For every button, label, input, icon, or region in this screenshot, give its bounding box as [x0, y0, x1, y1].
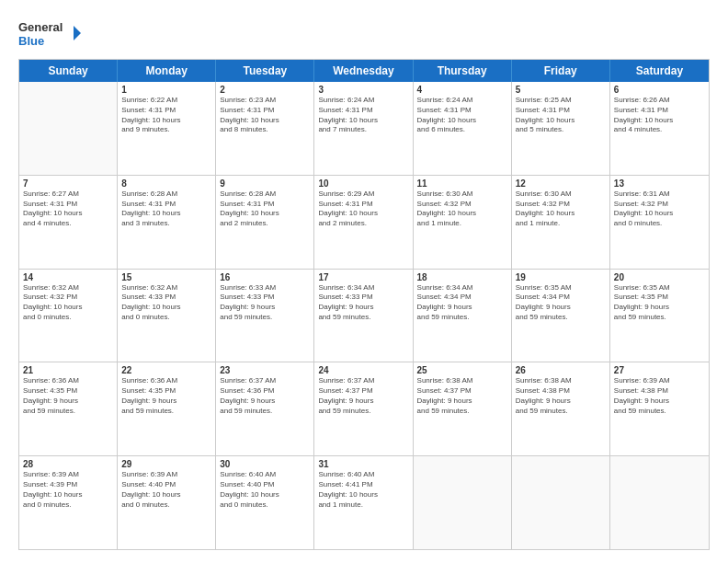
cell-info-line: and 59 minutes. — [318, 407, 408, 417]
svg-text:General: General — [18, 20, 63, 34]
day-number: 14 — [23, 272, 113, 282]
day-number: 5 — [516, 85, 606, 95]
day-number: 13 — [614, 178, 705, 189]
cell-info-line: Daylight: 10 hours — [220, 209, 310, 219]
cell-info-line: Sunset: 4:31 PM — [220, 200, 310, 210]
cell-info-line: and 59 minutes. — [220, 407, 310, 417]
day-number: 10 — [318, 178, 408, 189]
cal-cell-1-6: 13Sunrise: 6:31 AMSunset: 4:32 PMDayligh… — [610, 176, 709, 269]
calendar: SundayMondayTuesdayWednesdayThursdayFrid… — [18, 59, 710, 550]
cell-info-line: Daylight: 9 hours — [318, 303, 408, 313]
cell-info-line: Daylight: 9 hours — [417, 396, 507, 407]
cell-info-line: and 0 minutes. — [614, 219, 705, 229]
cell-info-line: Sunrise: 6:40 AM — [318, 470, 408, 480]
cell-info-line: Sunrise: 6:26 AM — [614, 96, 705, 106]
cell-info-line: Daylight: 10 hours — [318, 490, 408, 500]
cell-info-line: Daylight: 10 hours — [23, 490, 113, 500]
cell-info-line: and 7 minutes. — [318, 125, 408, 135]
cal-cell-1-1: 8Sunrise: 6:28 AMSunset: 4:31 PMDaylight… — [118, 176, 216, 269]
week-row-0: 1Sunrise: 6:22 AMSunset: 4:31 PMDaylight… — [19, 82, 709, 176]
svg-marker-2 — [74, 26, 81, 40]
cell-info-line: Sunrise: 6:30 AM — [417, 190, 507, 200]
cell-info-line: Sunset: 4:33 PM — [318, 293, 408, 303]
calendar-header-row: SundayMondayTuesdayWednesdayThursdayFrid… — [19, 60, 709, 82]
cal-cell-3-3: 24Sunrise: 6:37 AMSunset: 4:37 PMDayligh… — [314, 362, 413, 455]
cell-info-line: Sunrise: 6:35 AM — [614, 283, 705, 293]
day-number: 17 — [318, 272, 408, 282]
cell-info-line: Sunset: 4:35 PM — [121, 386, 211, 396]
cal-cell-2-4: 18Sunrise: 6:34 AMSunset: 4:34 PMDayligh… — [414, 270, 512, 362]
cell-info-line: Sunrise: 6:30 AM — [516, 190, 606, 200]
cal-cell-0-4: 4Sunrise: 6:24 AMSunset: 4:31 PMDaylight… — [414, 82, 512, 175]
cal-cell-0-2: 2Sunrise: 6:23 AMSunset: 4:31 PMDaylight… — [216, 82, 314, 175]
cell-info-line: Sunset: 4:37 PM — [318, 386, 408, 396]
cell-info-line: Daylight: 10 hours — [220, 116, 310, 126]
cell-info-line: Sunrise: 6:38 AM — [516, 376, 606, 386]
cal-cell-0-3: 3Sunrise: 6:24 AMSunset: 4:31 PMDaylight… — [314, 82, 413, 175]
cell-info-line: Sunset: 4:31 PM — [516, 106, 606, 116]
cell-info-line: and 2 minutes. — [220, 219, 310, 229]
cell-info-line: Daylight: 10 hours — [121, 303, 211, 313]
cell-info-line: Daylight: 9 hours — [516, 303, 606, 313]
cell-info-line: Daylight: 10 hours — [121, 209, 211, 219]
cell-info-line: and 3 minutes. — [121, 219, 211, 229]
cell-info-line: Sunrise: 6:36 AM — [23, 376, 113, 386]
day-number: 21 — [23, 365, 113, 375]
cal-cell-3-2: 23Sunrise: 6:37 AMSunset: 4:36 PMDayligh… — [216, 362, 314, 455]
cell-info-line: Sunset: 4:35 PM — [614, 293, 705, 303]
day-number: 30 — [220, 459, 310, 469]
cal-cell-4-4 — [414, 456, 512, 549]
cell-info-line: Sunrise: 6:27 AM — [23, 190, 113, 200]
cell-info-line: Sunset: 4:32 PM — [23, 293, 113, 303]
week-row-4: 28Sunrise: 6:39 AMSunset: 4:39 PMDayligh… — [19, 456, 709, 549]
header-day-monday: Monday — [118, 60, 216, 82]
cell-info-line: Sunrise: 6:28 AM — [220, 190, 310, 200]
cell-info-line: Sunrise: 6:25 AM — [516, 96, 606, 106]
cell-info-line: Sunrise: 6:32 AM — [23, 283, 113, 293]
cal-cell-3-1: 22Sunrise: 6:36 AMSunset: 4:35 PMDayligh… — [118, 362, 216, 455]
cal-cell-4-1: 29Sunrise: 6:39 AMSunset: 4:40 PMDayligh… — [118, 456, 216, 549]
day-number: 11 — [417, 178, 507, 189]
svg-text:Blue: Blue — [18, 34, 44, 48]
day-number: 9 — [220, 178, 310, 189]
cell-info-line: and 59 minutes. — [23, 407, 113, 417]
logo-svg: General Blue — [18, 17, 83, 50]
cell-info-line: and 6 minutes. — [417, 125, 507, 135]
cell-info-line: and 4 minutes. — [614, 125, 705, 135]
cell-info-line: Sunset: 4:37 PM — [417, 386, 507, 396]
cal-cell-3-6: 27Sunrise: 6:39 AMSunset: 4:38 PMDayligh… — [610, 362, 709, 455]
cell-info-line: Sunrise: 6:36 AM — [121, 376, 211, 386]
day-number: 7 — [23, 178, 113, 189]
cell-info-line: Sunset: 4:31 PM — [220, 106, 310, 116]
day-number: 12 — [516, 178, 606, 189]
cell-info-line: Daylight: 10 hours — [614, 116, 705, 126]
cell-info-line: Daylight: 9 hours — [220, 396, 310, 407]
cell-info-line: Sunset: 4:34 PM — [516, 293, 606, 303]
header-day-thursday: Thursday — [414, 60, 512, 82]
cell-info-line: Daylight: 9 hours — [23, 396, 113, 407]
cell-info-line: Daylight: 10 hours — [121, 490, 211, 500]
cell-info-line: Sunrise: 6:24 AM — [318, 96, 408, 106]
cell-info-line: Sunrise: 6:34 AM — [417, 283, 507, 293]
cal-cell-0-0 — [19, 82, 118, 175]
cell-info-line: Sunrise: 6:28 AM — [121, 190, 211, 200]
cell-info-line: Sunrise: 6:29 AM — [318, 190, 408, 200]
header-day-tuesday: Tuesday — [216, 60, 314, 82]
cell-info-line: Sunrise: 6:22 AM — [121, 96, 211, 106]
cell-info-line: Daylight: 10 hours — [417, 209, 507, 219]
cell-info-line: Daylight: 10 hours — [220, 490, 310, 500]
cell-info-line: Sunset: 4:33 PM — [121, 293, 211, 303]
cell-info-line: and 59 minutes. — [516, 407, 606, 417]
cell-info-line: and 8 minutes. — [220, 125, 310, 135]
day-number: 31 — [318, 459, 408, 469]
day-number: 6 — [614, 85, 705, 95]
cal-cell-0-1: 1Sunrise: 6:22 AMSunset: 4:31 PMDaylight… — [118, 82, 216, 175]
cell-info-line: Sunset: 4:39 PM — [23, 480, 113, 490]
cell-info-line: and 0 minutes. — [23, 313, 113, 323]
cell-info-line: and 2 minutes. — [318, 219, 408, 229]
cell-info-line: Sunset: 4:31 PM — [121, 200, 211, 210]
cell-info-line: and 59 minutes. — [417, 313, 507, 323]
header-day-sunday: Sunday — [19, 60, 118, 82]
cell-info-line: and 59 minutes. — [121, 407, 211, 417]
header-day-saturday: Saturday — [610, 60, 709, 82]
